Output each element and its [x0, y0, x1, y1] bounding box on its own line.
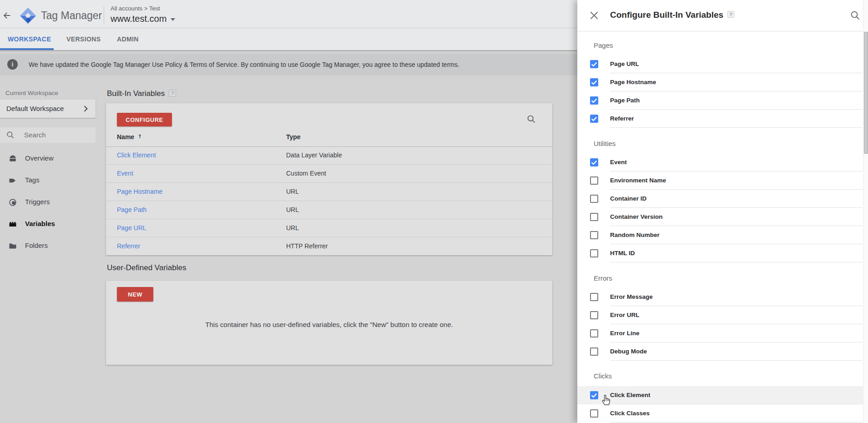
policy-banner: i We have updated the Google Tag Manager…: [0, 54, 577, 76]
sidebar-item-folders[interactable]: Folders: [0, 237, 96, 255]
checkbox-checked[interactable]: [590, 391, 598, 399]
variable-name-link[interactable]: Referrer: [117, 242, 140, 250]
column-header-type[interactable]: Type: [286, 133, 301, 141]
panel-item-click-element[interactable]: Click Element: [577, 386, 863, 404]
variable-name-link[interactable]: Page Hostname: [117, 188, 162, 195]
panel-item-debug-mode[interactable]: Debug Mode: [577, 342, 863, 361]
current-workspace-label: Current Workspace: [5, 90, 58, 96]
table-search-icon[interactable]: [526, 114, 536, 124]
panel-item-click-classes[interactable]: Click Classes: [577, 404, 863, 423]
table-row: Referrer HTTP Referrer: [106, 237, 552, 256]
sidebar-search[interactable]: Search: [0, 127, 96, 143]
panel-item-container-version[interactable]: Container Version: [577, 208, 863, 226]
table-row: Page Path URL: [106, 201, 552, 219]
panel-item-random-number[interactable]: Random Number: [577, 226, 863, 244]
variable-type: HTTP Referrer: [286, 242, 328, 250]
table-row: Page URL URL: [106, 219, 552, 237]
search-icon: [6, 131, 15, 140]
policy-banner-text: We have updated the Google Tag Manager U…: [29, 61, 459, 68]
configure-built-in-variables-panel: Configure Built-In Variables? Pages Page…: [577, 0, 868, 423]
checkbox-checked[interactable]: [590, 60, 598, 68]
panel-item-page-url[interactable]: Page URL: [577, 55, 863, 73]
trigger-icon: [8, 198, 17, 207]
panel-item-error-url[interactable]: Error URL: [577, 306, 863, 324]
item-divider: [610, 422, 863, 423]
variable-type: Custom Event: [286, 170, 326, 177]
variable-type: URL: [286, 206, 299, 213]
sidebar-item-triggers[interactable]: Triggers: [0, 193, 96, 212]
tag-icon: [8, 176, 17, 185]
checkbox-unchecked[interactable]: [590, 249, 598, 257]
sidebar-item-overview[interactable]: Overview: [0, 150, 96, 168]
workspace-selector[interactable]: Default Workspace: [0, 100, 96, 118]
sort-ascending-icon: [137, 133, 143, 139]
variable-type: URL: [286, 224, 299, 232]
panel-item-page-hostname[interactable]: Page Hostname: [577, 73, 863, 91]
checkbox-unchecked[interactable]: [590, 213, 598, 221]
checkbox-checked[interactable]: [590, 78, 598, 86]
panel-item-page-path[interactable]: Page Path: [577, 91, 863, 110]
panel-search-icon[interactable]: [850, 10, 861, 21]
panel-title: Configure Built-In Variables?: [610, 10, 734, 20]
info-icon: i: [7, 59, 18, 70]
panel-item-event[interactable]: Event: [577, 153, 863, 171]
tab-admin[interactable]: ADMIN: [117, 28, 139, 50]
checkbox-checked[interactable]: [590, 96, 598, 105]
checkbox-unchecked[interactable]: [590, 409, 598, 418]
variable-name-link[interactable]: Page URL: [117, 224, 146, 232]
checkbox-unchecked[interactable]: [590, 176, 598, 185]
back-arrow-icon[interactable]: [0, 8, 14, 23]
close-icon[interactable]: [588, 10, 600, 21]
panel-header: Configure Built-In Variables?: [577, 0, 868, 31]
panel-item-error-line[interactable]: Error Line: [577, 324, 863, 342]
active-tab-underline: [0, 48, 54, 50]
item-divider: [610, 127, 863, 128]
tab-workspace[interactable]: WORKSPACE: [8, 28, 51, 50]
column-header-name[interactable]: Name: [117, 133, 143, 141]
checkbox-checked[interactable]: [590, 158, 598, 166]
panel-scrollbar[interactable]: [863, 0, 868, 423]
configure-button[interactable]: CONFIGURE: [117, 113, 172, 126]
container-selector[interactable]: www.test.com: [111, 14, 175, 24]
variable-name-link[interactable]: Event: [117, 170, 133, 177]
sidebar-item-variables[interactable]: Variables: [0, 215, 96, 233]
variable-name-link[interactable]: Page Path: [117, 206, 146, 213]
chevron-down-icon: [171, 18, 175, 21]
user-defined-variables-heading: User-Defined Variables: [107, 263, 186, 272]
tab-bar: WORKSPACE VERSIONS ADMIN: [0, 28, 577, 50]
chevron-right-icon: [81, 104, 90, 113]
scrollbar-thumb[interactable]: [864, 32, 868, 154]
gtm-app: Tag Manager All accounts > Test www.test…: [0, 0, 868, 423]
variable-type: Data Layer Variable: [286, 151, 342, 159]
checkbox-checked[interactable]: [590, 115, 598, 123]
new-variable-button[interactable]: NEW: [117, 287, 153, 302]
checkbox-unchecked[interactable]: [590, 195, 598, 203]
section-label-utilities: Utilities: [594, 140, 616, 147]
section-label-errors: Errors: [594, 274, 612, 282]
mouse-cursor-hand: [601, 393, 612, 406]
help-icon[interactable]: ?: [169, 90, 176, 97]
user-defined-variables-card: NEW This container has no user-defined v…: [106, 281, 552, 365]
checkbox-unchecked[interactable]: [590, 347, 598, 356]
breadcrumb[interactable]: All accounts > Test: [111, 5, 160, 12]
search-placeholder: Search: [24, 131, 46, 139]
panel-item-error-message[interactable]: Error Message: [577, 288, 863, 306]
item-divider: [610, 262, 863, 262]
tab-versions[interactable]: VERSIONS: [66, 28, 101, 50]
checkbox-unchecked[interactable]: [590, 329, 598, 337]
variable-type: URL: [286, 188, 299, 195]
panel-item-container-id[interactable]: Container ID: [577, 190, 863, 208]
panel-item-html-id[interactable]: HTML ID: [577, 244, 863, 262]
item-divider: [610, 360, 863, 361]
panel-item-referrer[interactable]: Referrer: [577, 110, 863, 128]
panel-item-environment-name[interactable]: Environment Name: [577, 171, 863, 190]
sidebar-item-tags[interactable]: Tags: [0, 171, 96, 190]
tag-manager-logo: [21, 9, 35, 23]
checkbox-unchecked[interactable]: [590, 311, 598, 319]
checkbox-unchecked[interactable]: [590, 231, 598, 239]
empty-state-text: This container has no user-defined varia…: [106, 321, 552, 328]
checkbox-unchecked[interactable]: [590, 293, 598, 301]
folder-icon: [8, 242, 17, 251]
help-icon[interactable]: ?: [727, 11, 734, 18]
variable-name-link[interactable]: Click Element: [117, 151, 156, 159]
